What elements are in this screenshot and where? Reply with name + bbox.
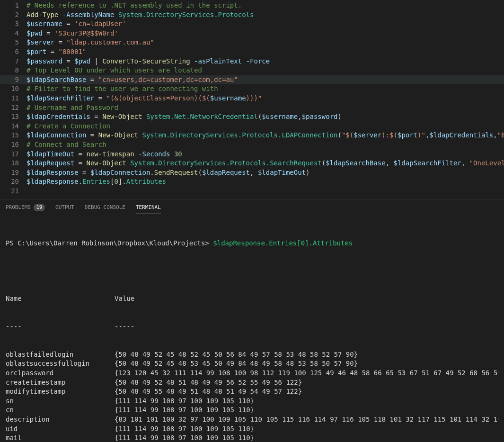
- code-line-content: $port = "80001": [27, 47, 504, 57]
- table-row: oblastfailedlogin{50 48 49 52 45 48 52 4…: [6, 350, 498, 360]
- tab-problems[interactable]: PROBLEMS 19: [6, 204, 45, 214]
- code-line-content: $password = $pwd | ConvertTo-SecureStrin…: [27, 57, 504, 66]
- table-body: oblastfailedlogin{50 48 49 52 45 48 52 4…: [6, 350, 498, 442]
- code-line[interactable]: 7$password = $pwd | ConvertTo-SecureStri…: [0, 57, 504, 66]
- code-line[interactable]: 12# Username and Password: [0, 103, 504, 113]
- code-line-content: Add-Type -AssemblyName System.DirectoryS…: [27, 10, 504, 20]
- line-number: 7: [0, 57, 27, 66]
- attr-name: orclpassword: [6, 369, 115, 378]
- table-header-name-sep: ----: [6, 322, 115, 332]
- attr-name: modifytimestamp: [6, 387, 115, 397]
- code-line-content: # Needs reference to .NET assembly used …: [27, 1, 504, 10]
- attr-value: {123 120 45 32 111 114 99 108 100 98 112…: [115, 369, 498, 378]
- tab-debug-console-label: DEBUG CONSOLE: [85, 204, 125, 211]
- code-line[interactable]: 9$ldapSearchBase = "cn=users,dc=customer…: [0, 75, 504, 85]
- attr-value: {111 114 99 108 97 100 109 105 110}: [115, 397, 498, 406]
- code-editor[interactable]: 1# Needs reference to .NET assembly used…: [0, 0, 504, 199]
- code-line-content: $pwd = 'S3cur3P@$$W0rd': [27, 29, 504, 38]
- line-number: 10: [0, 84, 27, 94]
- code-line[interactable]: 3$username = 'cn=ldapUser': [0, 19, 504, 29]
- attr-name: oblastfailedlogin: [6, 350, 115, 360]
- line-number: 18: [0, 159, 27, 168]
- table-row: cn{111 114 99 108 97 100 109 105 110}: [6, 406, 498, 415]
- code-line-content: # Connect and Search: [27, 140, 504, 150]
- terminal-prompt-line: PS C:\Users\Darren Robinson\Dropbox\Klou…: [6, 239, 498, 248]
- table-header-sep-row: ---- -----: [6, 322, 498, 332]
- code-line-content: $ldapResponse = $ldapConnection.SendRequ…: [27, 168, 504, 178]
- tab-terminal[interactable]: TERMINAL: [136, 204, 161, 214]
- code-line-content: $ldapRequest = New-Object System.Directo…: [27, 159, 504, 168]
- code-line-content: # Username and Password: [27, 103, 504, 113]
- table-row: createtimestamp{50 48 49 52 48 51 48 49 …: [6, 378, 498, 388]
- table-row: mail{111 114 99 108 97 100 109 105 110}: [6, 433, 498, 442]
- attr-name: oblastsuccessfullogin: [6, 359, 115, 369]
- tab-output-label: OUTPUT: [55, 204, 74, 211]
- code-line[interactable]: 1# Needs reference to .NET assembly used…: [0, 1, 504, 10]
- code-line-content: $ldapCredentials = New-Object System.Net…: [27, 112, 504, 122]
- table-row: sn{111 114 99 108 97 100 109 105 110}: [6, 397, 498, 406]
- panel-tab-strip: PROBLEMS 19 OUTPUT DEBUG CONSOLE TERMINA…: [0, 200, 504, 215]
- attr-name: cn: [6, 406, 115, 415]
- table-row: oblastsuccessfullogin{50 48 49 52 45 48 …: [6, 359, 498, 369]
- code-line[interactable]: 6$port = "80001": [0, 47, 504, 57]
- line-number: 14: [0, 122, 27, 131]
- line-number: 20: [0, 177, 27, 187]
- code-line[interactable]: 8# Top Level OU under which users are lo…: [0, 66, 504, 75]
- attr-name: mail: [6, 433, 115, 442]
- line-number: 3: [0, 19, 27, 29]
- table-row: uid{111 114 99 108 97 100 109 105 110}: [6, 424, 498, 434]
- code-line[interactable]: 15$ldapConnection = New-Object System.Di…: [0, 131, 504, 140]
- line-number: 8: [0, 66, 27, 75]
- line-number: 13: [0, 112, 27, 122]
- tab-problems-label: PROBLEMS: [6, 204, 31, 211]
- line-number: 6: [0, 47, 27, 57]
- line-number: 21: [0, 187, 27, 196]
- line-number: 1: [0, 1, 27, 10]
- code-line-content: # Filter to find the user we are connect…: [27, 84, 504, 94]
- table-header-value: Value: [115, 294, 498, 304]
- code-line[interactable]: 13$ldapCredentials = New-Object System.N…: [0, 112, 504, 122]
- line-number: 19: [0, 168, 27, 178]
- code-line-content: $username = 'cn=ldapUser': [27, 19, 504, 29]
- code-line[interactable]: 2Add-Type -AssemblyName System.Directory…: [0, 10, 504, 20]
- code-line[interactable]: 14# Create a Connection: [0, 122, 504, 131]
- tab-debug-console[interactable]: DEBUG CONSOLE: [85, 204, 125, 214]
- attr-name: sn: [6, 397, 115, 406]
- line-number: 12: [0, 103, 27, 113]
- code-line[interactable]: 5$server = "ldap.customer.com.au": [0, 38, 504, 47]
- code-line[interactable]: 20$ldapResponse.Entries[0].Attributes: [0, 177, 504, 187]
- attr-name: description: [6, 415, 115, 424]
- line-number: 15: [0, 131, 27, 140]
- table-row: orclpassword{123 120 45 32 111 114 99 10…: [6, 369, 498, 378]
- attr-value: {50 48 49 52 45 48 53 45 50 49 84 48 49 …: [115, 359, 498, 369]
- code-line[interactable]: 21: [0, 187, 504, 196]
- terminal-view[interactable]: PS C:\Users\Darren Robinson\Dropbox\Klou…: [0, 215, 504, 442]
- table-row: description{83 101 101 100 32 97 100 109…: [6, 415, 498, 424]
- line-number: 16: [0, 140, 27, 150]
- code-line-content: $ldapResponse.Entries[0].Attributes: [27, 177, 504, 187]
- code-line[interactable]: 10# Filter to find the user we are conne…: [0, 84, 504, 94]
- code-line-content: # Top Level OU under which users are loc…: [27, 66, 504, 75]
- line-number: 11: [0, 94, 27, 103]
- attr-value: {111 114 99 108 97 100 109 105 110}: [115, 433, 498, 442]
- code-line-content: $ldapSearchBase = "cn=users,dc=customer,…: [27, 75, 504, 85]
- code-line[interactable]: 4$pwd = 'S3cur3P@$$W0rd': [0, 29, 504, 38]
- problems-count-badge: 19: [34, 204, 45, 211]
- attr-value: {50 48 49 52 45 48 52 45 50 56 84 49 57 …: [115, 350, 498, 360]
- code-line[interactable]: 19$ldapResponse = $ldapConnection.SendRe…: [0, 168, 504, 178]
- table-row: modifytimestamp{50 48 49 55 48 49 51 48 …: [6, 387, 498, 397]
- line-number: 17: [0, 150, 27, 159]
- tab-output[interactable]: OUTPUT: [55, 204, 74, 214]
- attr-value: {111 114 99 108 97 100 109 105 110}: [115, 406, 498, 415]
- prompt-command: $ldapResponse.Entries[0].Attributes: [213, 239, 353, 247]
- code-line[interactable]: 11$ldapSearchFilter = "(&(objectClass=Pe…: [0, 94, 504, 103]
- code-line[interactable]: 17$ldapTimeOut = new-timespan -Seconds 3…: [0, 150, 504, 159]
- code-line-content: $server = "ldap.customer.com.au": [27, 38, 504, 47]
- code-line[interactable]: 16# Connect and Search: [0, 140, 504, 150]
- line-number: 5: [0, 38, 27, 47]
- code-line-content: $ldapSearchFilter = "(&(objectClass=Pers…: [27, 94, 504, 103]
- table-header-value-sep: -----: [115, 322, 498, 332]
- code-line-content: # Create a Connection: [27, 122, 504, 131]
- code-line-content: $ldapTimeOut = new-timespan -Seconds 30: [27, 150, 504, 159]
- code-line[interactable]: 18$ldapRequest = New-Object System.Direc…: [0, 159, 504, 168]
